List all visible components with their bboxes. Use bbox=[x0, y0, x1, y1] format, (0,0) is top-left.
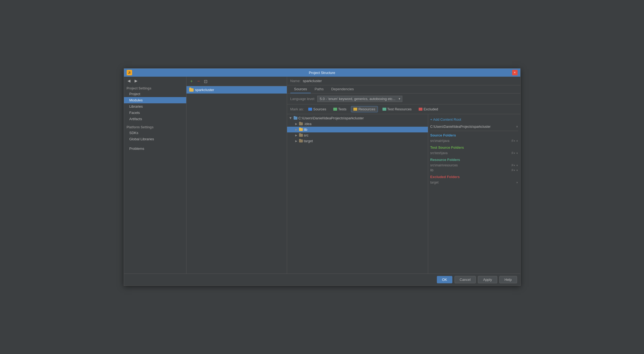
cancel-button[interactable]: Cancel bbox=[455, 276, 476, 283]
bottom-bar: OK Cancel Apply Help bbox=[124, 274, 520, 285]
expand-arrow-src: ▶ bbox=[295, 134, 298, 137]
source-folder-remove-0[interactable]: × bbox=[516, 139, 518, 142]
language-level-label: Language level: bbox=[290, 97, 315, 101]
mark-tests-button[interactable]: Tests bbox=[331, 106, 349, 112]
folder-icon-lib bbox=[299, 128, 303, 131]
project-settings-label: Project Settings bbox=[124, 85, 186, 91]
test-source-folders-title: Test Source Folders bbox=[430, 143, 518, 151]
mark-as-label: Mark as: bbox=[290, 107, 304, 111]
excluded-folder-remove-0[interactable]: × bbox=[516, 181, 518, 184]
tree-node-root[interactable]: ▶ C:\Users\Daniel\IdeaProjects\sparkclus… bbox=[287, 115, 428, 121]
resource-folder-remove-1[interactable]: × bbox=[516, 169, 518, 172]
excluded-folder-actions-0: × bbox=[516, 181, 518, 184]
panel-path-row: C:\Users\Daniel\IdeaProjects\sparkcluste… bbox=[430, 124, 518, 131]
expand-arrow-idea: ▶ bbox=[295, 122, 298, 126]
sidebar-nav: ◀ ▶ bbox=[124, 77, 186, 85]
test-source-folder-edit-0[interactable]: F× bbox=[512, 151, 515, 155]
tree-and-panel: ▶ C:\Users\Daniel\IdeaProjects\sparkclus… bbox=[287, 114, 520, 274]
tab-paths[interactable]: Paths bbox=[311, 85, 327, 93]
test-source-folder-entry-0: src\test\java F× × bbox=[430, 151, 518, 156]
name-label: Name: bbox=[290, 79, 301, 83]
close-button[interactable]: × bbox=[512, 70, 518, 75]
file-tree: ▶ C:\Users\Daniel\IdeaProjects\sparkclus… bbox=[287, 114, 428, 274]
source-folders-title: Source Folders bbox=[430, 131, 518, 138]
excluded-color-icon bbox=[419, 108, 422, 111]
sidebar-item-problems[interactable]: Problems bbox=[124, 145, 186, 152]
sidebar-item-modules[interactable]: Modules bbox=[124, 97, 186, 103]
project-structure-dialog: JI Project Structure × ◀ ▶ Project Setti… bbox=[124, 68, 521, 286]
platform-settings-label: Platform Settings bbox=[124, 123, 186, 130]
ok-button[interactable]: OK bbox=[437, 276, 452, 283]
tests-color-icon bbox=[333, 108, 337, 111]
source-folder-edit-0[interactable]: F× bbox=[512, 139, 515, 142]
title-bar: JI Project Structure × bbox=[124, 69, 520, 77]
sidebar-item-global-libraries[interactable]: Global Libraries bbox=[124, 136, 186, 142]
add-module-button[interactable]: + bbox=[189, 78, 195, 84]
tree-node-target[interactable]: ▶ target bbox=[287, 138, 428, 144]
help-button[interactable]: Help bbox=[499, 276, 517, 283]
language-level-wrapper: 5.0 - 'enum' keyword, generics, autoboxi… bbox=[317, 96, 402, 102]
sidebar: ◀ ▶ Project Settings Project Modules Lib… bbox=[124, 77, 186, 274]
folder-icon-src bbox=[299, 134, 303, 137]
tab-sources[interactable]: Sources bbox=[290, 85, 311, 93]
panel-path-value: C:\Users\Daniel\IdeaProjects\sparkcluste… bbox=[430, 125, 491, 129]
mark-as-row: Mark as: Sources Tests Resources Test Re… bbox=[287, 104, 520, 114]
expand-arrow-lib: ▶ bbox=[295, 128, 298, 131]
resource-folder-actions-1: F× × bbox=[512, 169, 518, 172]
source-folder-actions-0: F× × bbox=[512, 139, 518, 142]
mark-excluded-button[interactable]: Excluded bbox=[416, 106, 440, 112]
resource-folder-edit-0[interactable]: F× bbox=[512, 164, 515, 167]
nav-forward-button[interactable]: ▶ bbox=[133, 78, 139, 84]
app-logo: JI bbox=[127, 70, 132, 75]
sidebar-item-libraries[interactable]: Libraries bbox=[124, 103, 186, 110]
apply-button[interactable]: Apply bbox=[478, 276, 497, 283]
folder-icon-target bbox=[299, 139, 303, 142]
folder-icon-root bbox=[294, 117, 297, 120]
nav-back-button[interactable]: ◀ bbox=[126, 78, 132, 84]
mark-test-resources-button[interactable]: Test Resources bbox=[380, 106, 414, 112]
source-folder-entry-0: src\main\java F× × bbox=[430, 138, 518, 143]
module-list: + − ⊡ sparkcluster bbox=[186, 77, 287, 274]
resource-folder-remove-0[interactable]: × bbox=[516, 164, 518, 167]
tab-dependencies[interactable]: Dependencies bbox=[327, 85, 357, 93]
module-name: sparkcluster bbox=[195, 88, 214, 92]
add-content-root-button[interactable]: + Add Content Root bbox=[430, 116, 518, 123]
module-item-sparkcluster[interactable]: sparkcluster bbox=[186, 86, 287, 94]
copy-module-button[interactable]: ⊡ bbox=[203, 78, 209, 84]
content-header: Name: sparkcluster bbox=[287, 77, 520, 85]
module-toolbar: + − ⊡ bbox=[186, 77, 287, 86]
dialog-body: ◀ ▶ Project Settings Project Modules Lib… bbox=[124, 77, 520, 274]
sidebar-item-sdks[interactable]: SDKs bbox=[124, 130, 186, 136]
test-source-folder-remove-0[interactable]: × bbox=[516, 151, 518, 155]
tree-node-lib[interactable]: ▶ lib bbox=[287, 127, 428, 132]
excluded-folders-title: Excluded Folders bbox=[430, 173, 518, 180]
expand-arrow-target: ▶ bbox=[295, 139, 298, 143]
sidebar-item-facets[interactable]: Facets bbox=[124, 110, 186, 116]
language-level-select[interactable]: 5.0 - 'enum' keyword, generics, autoboxi… bbox=[317, 96, 402, 102]
folder-icon-idea bbox=[299, 122, 303, 125]
mark-sources-button[interactable]: Sources bbox=[306, 106, 329, 112]
sidebar-item-artifacts[interactable]: Artifacts bbox=[124, 116, 186, 122]
resources-color-icon bbox=[353, 108, 357, 111]
remove-module-button[interactable]: − bbox=[196, 78, 202, 84]
test-resources-color-icon bbox=[382, 108, 386, 111]
panel-path-close-button[interactable]: × bbox=[516, 125, 518, 129]
sidebar-item-project[interactable]: Project bbox=[124, 91, 186, 97]
resource-folder-entry-1: lib F× × bbox=[430, 168, 518, 173]
language-level-row: Language level: 5.0 - 'enum' keyword, ge… bbox=[287, 94, 520, 104]
mark-resources-button[interactable]: Resources bbox=[351, 106, 378, 112]
tree-node-src[interactable]: ▶ src bbox=[287, 132, 428, 138]
content-area: Name: sparkcluster Sources Paths Depende… bbox=[287, 77, 520, 274]
tree-node-idea[interactable]: ▶ .idea bbox=[287, 121, 428, 127]
right-panel: + Add Content Root C:\Users\Daniel\IdeaP… bbox=[428, 114, 520, 274]
resource-folder-path-0: src\main\resources bbox=[430, 163, 458, 167]
expand-arrow-root: ▶ bbox=[289, 117, 293, 120]
resource-folder-edit-1[interactable]: F× bbox=[512, 169, 515, 172]
resource-folder-entry-0: src\main\resources F× × bbox=[430, 163, 518, 168]
excluded-folder-path-0: target bbox=[430, 181, 439, 184]
test-source-folder-actions-0: F× × bbox=[512, 151, 518, 155]
name-value: sparkcluster bbox=[303, 79, 322, 83]
excluded-folder-entry-0: target × bbox=[430, 180, 518, 185]
tabs-row: Sources Paths Dependencies bbox=[287, 85, 520, 94]
module-folder-icon bbox=[189, 88, 194, 92]
